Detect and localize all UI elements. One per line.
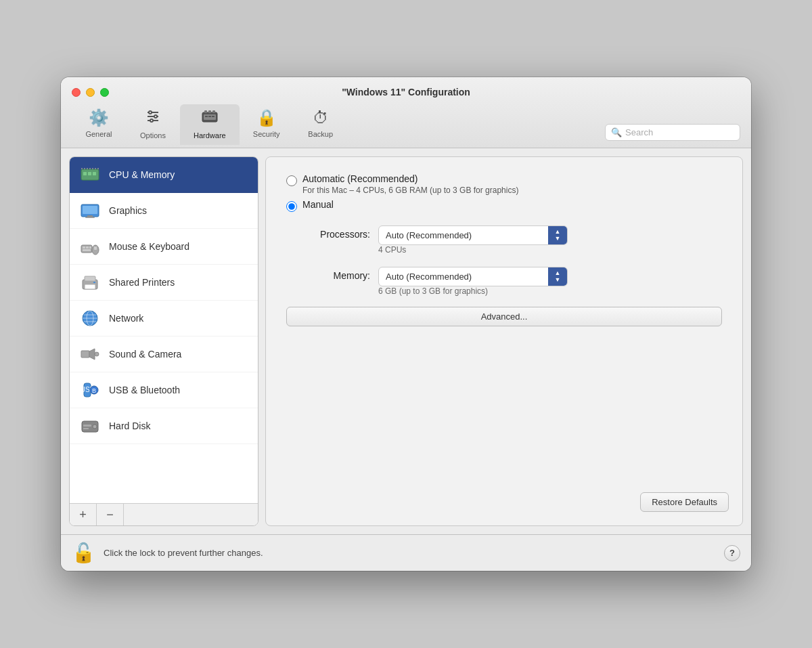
automatic-radio[interactable] [286,175,297,186]
manual-radio-row: Manual [286,199,722,212]
sidebar-item-usb-bluetooth-label: USB & Bluetooth [109,385,180,395]
tab-general[interactable]: ⚙️ General [72,104,126,145]
help-button[interactable]: ? [724,545,740,561]
sidebar-item-hard-disk[interactable]: Hard Disk [70,408,258,444]
remove-item-button[interactable]: − [97,504,124,525]
processors-arrows[interactable]: ▲ ▼ [548,226,567,244]
minimize-button[interactable] [86,88,95,97]
processors-arrow-down: ▼ [555,236,561,242]
tab-options[interactable]: Options [126,104,180,145]
sidebar: CPU & Memory Graphics [69,156,258,526]
tab-backup[interactable]: ⏱ Backup [294,104,348,145]
svg-rect-30 [83,246,85,249]
svg-rect-46 [81,351,89,358]
svg-rect-33 [83,249,91,251]
svg-rect-40 [93,282,95,283]
sidebar-item-sound-camera-label: Sound & Camera [109,349,181,360]
svg-rect-7 [204,110,207,113]
processors-select-wrapper: Auto (Recommended) ▲ ▼ [378,225,568,245]
backup-icon: ⏱ [313,108,329,127]
memory-hint: 6 GB (up to 3 GB for graphics) [378,286,722,296]
automatic-sublabel: For this Mac – 4 CPUs, 6 GB RAM (up to 3… [302,186,518,195]
memory-arrows[interactable]: ▲ ▼ [548,267,567,286]
traffic-lights [72,88,109,97]
processors-label: Processors: [302,225,370,240]
sidebar-item-shared-printers-label: Shared Printers [109,277,175,288]
maximize-button[interactable] [100,88,109,97]
automatic-label-group: Automatic (Recommended) For this Mac – 4… [302,173,518,195]
memory-select-wrapper: Auto (Recommended) ▲ ▼ [378,267,568,286]
sidebar-item-shared-printers[interactable]: Shared Printers [70,265,258,301]
svg-rect-39 [85,284,95,289]
search-input[interactable] [625,127,734,137]
tab-security[interactable]: 🔒 Security [240,104,294,145]
processors-arrow-up: ▲ [555,229,561,235]
general-icon: ⚙️ [89,108,109,127]
titlebar: "Windows 11" Configuration ⚙️ General [61,77,751,148]
svg-rect-38 [85,276,95,281]
sidebar-footer: + − [70,503,258,525]
svg-point-3 [149,111,152,114]
search-box: 🔍 [605,124,740,141]
svg-rect-28 [85,217,95,218]
sidebar-item-sound-camera[interactable]: Sound & Camera [70,337,258,372]
memory-setting-row: Memory: Auto (Recommended) ▲ ▼ [302,267,722,286]
toolbar: ⚙️ General Options [72,104,740,148]
memory-arrow-down: ▼ [555,277,561,283]
processors-setting-row: Processors: Auto (Recommended) ▲ ▼ [302,225,722,245]
hard-disk-icon [79,415,101,437]
svg-rect-16 [88,172,91,175]
automatic-label: Automatic (Recommended) [302,173,518,184]
options-icon [145,108,161,129]
automatic-radio-row: Automatic (Recommended) For this Mac – 4… [286,173,722,195]
status-text: Click the lock to prevent further change… [104,548,716,558]
lock-icon[interactable]: 🔓 [72,542,95,564]
sidebar-item-hard-disk-label: Hard Disk [109,420,150,431]
sidebar-item-graphics-label: Graphics [109,205,147,216]
manual-radio[interactable] [286,201,297,212]
processors-select[interactable]: Auto (Recommended) [379,227,548,244]
memory-control: Auto (Recommended) ▲ ▼ [378,267,568,286]
tab-options-label: Options [140,131,166,139]
network-icon [79,307,101,329]
sound-camera-icon [79,343,101,365]
tab-backup-label: Backup [308,130,333,138]
svg-rect-17 [93,172,96,175]
security-icon: 🔒 [256,108,277,127]
processors-row: Processors: Auto (Recommended) ▲ ▼ [302,225,722,255]
memory-arrow-up: ▲ [555,270,561,276]
svg-rect-8 [208,110,211,113]
restore-defaults-button[interactable]: Restore Defaults [640,492,729,512]
sidebar-item-cpu-memory-label: CPU & Memory [109,169,175,180]
hardware-icon [201,108,219,129]
svg-rect-55 [83,425,91,427]
radio-group: Automatic (Recommended) For this Mac – 4… [286,173,722,212]
svg-rect-35 [94,246,97,250]
memory-select[interactable]: Auto (Recommended) [379,268,548,285]
sidebar-list: CPU & Memory Graphics [70,157,258,503]
svg-rect-56 [83,428,89,429]
tab-hardware-label: Hardware [194,131,226,139]
svg-rect-12 [208,116,211,117]
sidebar-item-network[interactable]: Network [70,301,258,337]
tab-general-label: General [85,130,112,138]
sidebar-item-graphics[interactable]: Graphics [70,193,258,229]
add-item-button[interactable]: + [70,504,97,525]
sidebar-item-mouse-keyboard[interactable]: Mouse & Keyboard [70,229,258,265]
window-title: "Windows 11" Configuration [342,87,470,98]
svg-rect-9 [212,110,215,113]
mouse-keyboard-icon [79,236,101,257]
svg-rect-13 [212,116,215,117]
processors-control: Auto (Recommended) ▲ ▼ [378,225,568,245]
sidebar-item-network-label: Network [109,313,143,324]
main-content: Automatic (Recommended) For this Mac – 4… [265,156,743,526]
sidebar-item-cpu-memory[interactable]: CPU & Memory [70,157,258,193]
close-button[interactable] [72,88,81,97]
tab-security-label: Security [253,130,280,138]
svg-point-54 [93,425,97,429]
advanced-button[interactable]: Advanced... [286,307,722,326]
cpu-memory-icon [79,164,101,186]
svg-point-48 [95,352,99,356]
sidebar-item-usb-bluetooth[interactable]: USB B USB & Bluetooth [70,372,258,408]
tab-hardware[interactable]: Hardware [180,104,240,145]
